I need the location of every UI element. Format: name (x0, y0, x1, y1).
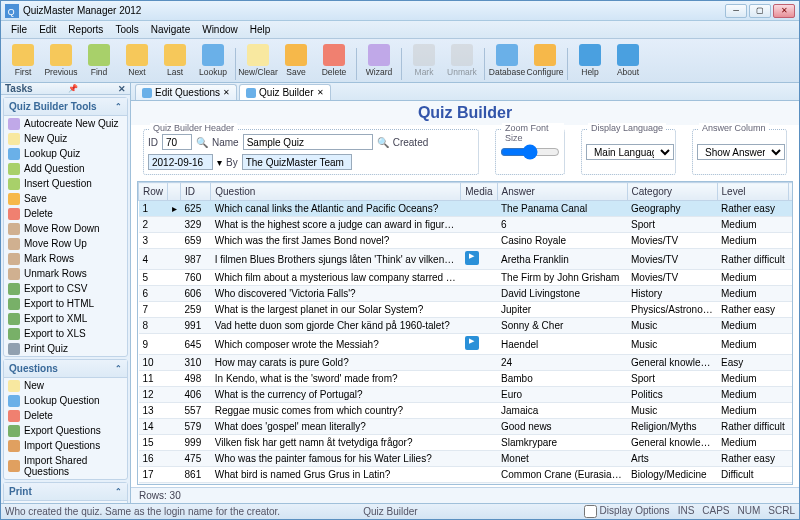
tb-save[interactable]: Save (278, 40, 314, 80)
table-row[interactable]: 5760Which film about a mysterious law co… (139, 270, 794, 286)
tb-previous[interactable]: Previous (43, 40, 79, 80)
sideitem-print-quiz[interactable]: Print Quiz (4, 341, 127, 356)
sideitem-new[interactable]: New (4, 378, 127, 393)
sideitem-export-questions[interactable]: Export Questions (4, 423, 127, 438)
lookup-id-icon[interactable]: 🔍 (196, 137, 208, 148)
sideitem-export-to-xls[interactable]: Export to XLS (4, 326, 127, 341)
col-row[interactable]: Row (139, 183, 168, 201)
sidegroup-header[interactable]: Print⌃ (4, 483, 127, 501)
sideitem-move-row-down[interactable]: Move Row Down (4, 221, 127, 236)
sidebar-title: Tasks (5, 83, 33, 94)
sideitem-print-quiz[interactable]: Print Quiz (4, 501, 127, 503)
table-row[interactable]: 16475Who was the painter famous for his … (139, 451, 794, 467)
table-row[interactable]: 8991Vad hette duon som gjorde Cher känd … (139, 318, 794, 334)
sidebar-close-icon[interactable]: ✕ (118, 84, 126, 94)
close-button[interactable]: ✕ (773, 4, 795, 18)
maximize-button[interactable]: ▢ (749, 4, 771, 18)
tb-wizard[interactable]: Wizard (361, 40, 397, 80)
menu-tools[interactable]: Tools (109, 22, 144, 37)
menu-help[interactable]: Help (244, 22, 277, 37)
sidegroup-header[interactable]: Quiz Builder Tools⌃ (4, 98, 127, 116)
menu-file[interactable]: File (5, 22, 33, 37)
configure-icon (534, 44, 556, 66)
pin-icon[interactable]: 📌 (68, 84, 78, 93)
table-row[interactable]: 10310How may carats is pure Gold?24Gener… (139, 355, 794, 371)
sideitem-move-row-up[interactable]: Move Row Up (4, 236, 127, 251)
tab-quiz-builder[interactable]: Quiz Builder✕ (239, 84, 330, 100)
col-answer[interactable]: Answer (497, 183, 627, 201)
status-display-options[interactable]: Display Options (584, 505, 670, 518)
sideitem-save[interactable]: Save (4, 191, 127, 206)
display-options-check[interactable] (584, 505, 597, 518)
table-row[interactable]: 11498In Kendo, what is the 'sword' made … (139, 371, 794, 387)
sideitem-insert-question[interactable]: Insert Question (4, 176, 127, 191)
zoom-slider[interactable] (500, 146, 560, 158)
sideitem-autocreate-new-quiz[interactable]: Autocreate New Quiz (4, 116, 127, 131)
col-id[interactable]: ID (181, 183, 211, 201)
table-row[interactable]: 9645Which composer wrote the Messiah?Hae… (139, 334, 794, 355)
menu-window[interactable]: Window (196, 22, 244, 37)
table-row[interactable]: 7259What is the largest planet in our So… (139, 302, 794, 318)
menu-edit[interactable]: Edit (33, 22, 62, 37)
tb-configure[interactable]: Configure (527, 40, 563, 80)
status-scrl: SCRL (768, 505, 795, 518)
sideitem-mark-rows[interactable]: Mark Rows (4, 251, 127, 266)
sideitem-export-to-xml[interactable]: Export to XML (4, 311, 127, 326)
name-field[interactable] (243, 134, 373, 150)
tb-lookup[interactable]: Lookup (195, 40, 231, 80)
sideitem-unmark-rows[interactable]: Unmark Rows (4, 266, 127, 281)
table-row[interactable]: 13557Reggae music comes from which count… (139, 403, 794, 419)
tb-last[interactable]: Last (157, 40, 193, 80)
table-row[interactable]: 1▸625Which canal links the Atlantic and … (139, 201, 794, 217)
menu-navigate[interactable]: Navigate (145, 22, 196, 37)
language-select[interactable]: Main Language (586, 144, 674, 160)
tb-database[interactable]: Database (489, 40, 525, 80)
col-level[interactable]: Level (717, 183, 789, 201)
sideitem-lookup-quiz[interactable]: Lookup Quiz (4, 146, 127, 161)
table-row[interactable]: 14579What does 'gospel' mean literally?G… (139, 419, 794, 435)
table-row[interactable]: 15999Vilken fisk har gett namn åt tvetyd… (139, 435, 794, 451)
table-row[interactable]: 17861What bird is named Grus Grus in Lat… (139, 467, 794, 483)
sideitem-export-to-html[interactable]: Export to HTML (4, 296, 127, 311)
col-media[interactable]: Media (461, 183, 497, 201)
table-row[interactable]: 18584Who wrote 'The Interpretation of Dr… (139, 483, 794, 486)
tb-first[interactable]: First (5, 40, 41, 80)
menu-reports[interactable]: Reports (62, 22, 109, 37)
tb-new-clear[interactable]: New/Clear (240, 40, 276, 80)
col-question[interactable]: Question (211, 183, 461, 201)
sideitem-lookup-question[interactable]: Lookup Question (4, 393, 127, 408)
table-row[interactable]: 12406What is the currency of Portugal?Eu… (139, 387, 794, 403)
sideitem-export-to-csv[interactable]: Export to CSV (4, 281, 127, 296)
tab-edit-questions[interactable]: Edit Questions✕ (135, 84, 237, 100)
table-row[interactable]: 2329What is the highest score a judge ca… (139, 217, 794, 233)
sideitem-delete[interactable]: Delete (4, 408, 127, 423)
col-created[interactable]: Created (789, 183, 793, 201)
calendar-icon[interactable]: ▾ (217, 157, 222, 168)
sideitem-add-question[interactable]: Add Question (4, 161, 127, 176)
id-field[interactable] (162, 134, 192, 150)
table-row[interactable]: 4987I filmen Blues Brothers sjungs låten… (139, 249, 794, 270)
sideitem-delete[interactable]: Delete (4, 206, 127, 221)
col-category[interactable]: Category (627, 183, 717, 201)
table-row[interactable]: 6606Who discovered 'Victoria Falls'?Davi… (139, 286, 794, 302)
minimize-button[interactable]: ─ (725, 4, 747, 18)
table-row[interactable]: 3659Which was the first James Bond novel… (139, 233, 794, 249)
tb-find[interactable]: Find (81, 40, 117, 80)
grid[interactable]: RowIDQuestionMediaAnswerCategoryLevelCre… (137, 181, 793, 485)
col-marker[interactable] (168, 183, 181, 201)
tb-next[interactable]: Next (119, 40, 155, 80)
tb-help[interactable]: Help (572, 40, 608, 80)
lookup-name-icon[interactable]: 🔍 (377, 137, 389, 148)
sidegroup-header[interactable]: Questions⌃ (4, 360, 127, 378)
save-icon (285, 44, 307, 66)
created-by-field[interactable] (242, 154, 352, 170)
tab-close-icon[interactable]: ✕ (223, 88, 230, 97)
tb-about[interactable]: About (610, 40, 646, 80)
answer-column-select[interactable]: Show Answer (697, 144, 785, 160)
created-date-field[interactable] (148, 154, 213, 170)
sideitem-import-shared-questions[interactable]: Import Shared Questions (4, 453, 127, 479)
tb-delete[interactable]: Delete (316, 40, 352, 80)
sideitem-new-quiz[interactable]: New Quiz (4, 131, 127, 146)
sideitem-import-questions[interactable]: Import Questions (4, 438, 127, 453)
tab-close-icon[interactable]: ✕ (317, 88, 324, 97)
